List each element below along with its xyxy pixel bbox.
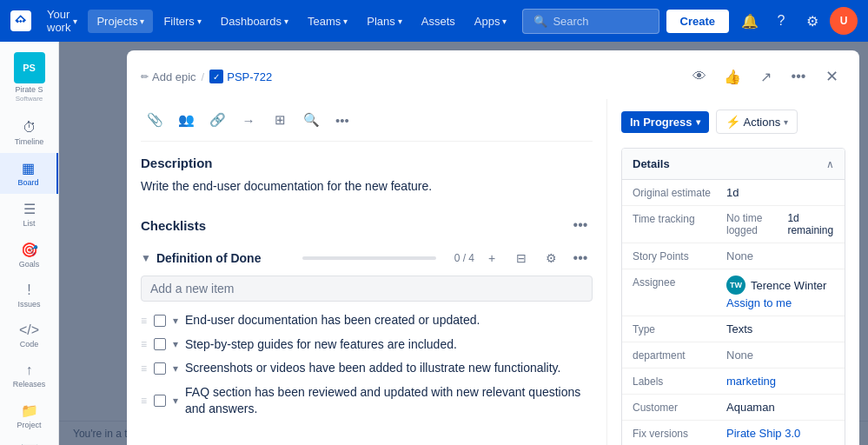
item-checkbox[interactable]	[154, 395, 166, 407]
add-item-input[interactable]: Add a new item	[141, 276, 593, 302]
nav-projects[interactable]: Projects ▾	[88, 10, 153, 33]
nav-teams[interactable]: Teams ▾	[299, 10, 356, 33]
nav-assets[interactable]: Assets	[413, 10, 464, 33]
item-text: End-user documentation has been created …	[185, 312, 593, 329]
drag-handle-icon[interactable]: ≡	[141, 315, 147, 327]
drag-handle-icon[interactable]: ≡	[141, 338, 147, 350]
item-checkbox[interactable]	[154, 338, 166, 350]
right-panel: In Progress ▾ ⚡ Actions ▾ Details	[607, 99, 859, 445]
checklist-view-button[interactable]: ⊟	[509, 246, 533, 270]
item-checkbox[interactable]	[154, 315, 166, 327]
jira-logo	[10, 10, 31, 31]
sidebar-item-board[interactable]: ▦ Board	[0, 153, 58, 194]
item-expand-icon[interactable]: ▾	[173, 338, 178, 350]
breadcrumb: ✏ Add epic / ✓ PSP-722	[141, 70, 679, 83]
chevron-down-icon: ▾	[343, 17, 348, 26]
like-button[interactable]: 👍	[719, 63, 746, 90]
actions-chevron-icon: ▾	[784, 117, 788, 127]
sidebar-item-project[interactable]: 📁 Project	[0, 395, 58, 436]
type-row: Type Texts	[622, 316, 845, 342]
attach-button[interactable]: 📎	[141, 106, 169, 134]
status-actions-row: In Progress ▾ ⚡ Actions ▾	[621, 110, 845, 134]
story-points-label: Story Points	[633, 249, 719, 262]
board-icon: ▦	[22, 160, 35, 176]
sidebar-item-releases[interactable]: ↑ Releases	[0, 355, 58, 395]
toolbar-more-button[interactable]: •••	[328, 106, 356, 134]
checklist-progress-text: 0 / 4	[448, 252, 474, 264]
list-icon: ☰	[23, 201, 36, 217]
watch-button[interactable]: 👁	[686, 63, 713, 90]
customer-row: Customer Aquaman	[622, 395, 845, 421]
assign-to-me-link[interactable]: Assign to me	[726, 296, 792, 309]
search-bar[interactable]: 🔍 Search	[522, 9, 659, 34]
chevron-down-icon: ▾	[73, 17, 77, 26]
sidebar-item-list[interactable]: ☰ List	[0, 194, 58, 235]
original-estimate-label: Original estimate	[633, 186, 719, 199]
apps-button[interactable]: ⊞	[266, 106, 294, 134]
labels-value[interactable]: marketing	[726, 375, 834, 388]
top-navigation: Your work ▾ Projects ▾ Filters ▾ Dashboa…	[0, 0, 868, 42]
issue-id-badge[interactable]: ✓ PSP-722	[209, 70, 272, 83]
notification-icon[interactable]: 🔔	[736, 7, 764, 35]
nav-plans[interactable]: Plans ▾	[358, 10, 411, 33]
actions-button[interactable]: ⚡ Actions ▾	[716, 110, 798, 134]
item-text: Screenshots or videos have been added to…	[185, 360, 593, 377]
description-text: Write the end-user documentation for the…	[141, 177, 593, 196]
releases-icon: ↑	[26, 362, 33, 378]
sidebar-item-code[interactable]: </> Code	[0, 315, 58, 355]
issue-type-icon: ✓	[209, 70, 223, 83]
sidebar-item-performance[interactable]: 📊 Perform	[0, 436, 58, 445]
create-button[interactable]: Create	[666, 10, 729, 33]
more-options-button[interactable]: •••	[785, 63, 812, 90]
user-avatar[interactable]: U	[830, 7, 858, 35]
checklist-item: ≡ ▾ Step-by-step guides for new features…	[141, 333, 593, 357]
checklist-item: ≡ ▾ FAQ section has been reviewed and up…	[141, 381, 593, 422]
description-title: Description	[141, 156, 593, 170]
nav-filters[interactable]: Filters ▾	[155, 10, 209, 33]
item-text: FAQ section has been reviewed and update…	[185, 384, 593, 418]
details-section: Details ∧ Original estimate 1d Time trac…	[621, 148, 845, 445]
pin-button[interactable]: →	[235, 106, 262, 134]
item-expand-icon[interactable]: ▾	[173, 395, 178, 407]
checklists-more-button[interactable]: •••	[568, 213, 593, 237]
add-checklist-item-button[interactable]: +	[480, 246, 504, 270]
search-button[interactable]: 🔍	[297, 106, 325, 134]
item-checkbox[interactable]	[154, 362, 166, 375]
sidebar-item-timeline[interactable]: ⏱ Timeline	[0, 113, 58, 153]
child-issues-button[interactable]: 👥	[172, 106, 200, 134]
help-icon[interactable]: ?	[767, 7, 795, 35]
checklist-item: ≡ ▾ End-user documentation has been crea…	[141, 309, 593, 333]
fix-versions-value[interactable]: Pirate Ship 3.0	[726, 427, 834, 440]
assignee-avatar: TW	[726, 276, 745, 295]
settings-icon[interactable]: ⚙	[798, 7, 826, 35]
status-badge[interactable]: In Progress ▾	[621, 111, 709, 133]
close-modal-button[interactable]: ✕	[818, 63, 845, 90]
add-epic-link[interactable]: ✏ Add epic	[141, 70, 196, 83]
checklist-item: ≡ ▾ Screenshots or videos have been adde…	[141, 356, 593, 381]
share-button[interactable]: ↗	[752, 63, 779, 90]
checklist-settings-button[interactable]: ⚙	[539, 246, 563, 270]
assignee-name: Terence Winter	[751, 279, 826, 292]
nav-your-work[interactable]: Your work ▾	[38, 3, 86, 39]
modal-body: 📎 👥 🔗 → ⊞ 🔍 ••• Description Write the en…	[127, 99, 859, 445]
drag-handle-icon[interactable]: ≡	[141, 395, 147, 407]
details-header[interactable]: Details ∧	[622, 149, 845, 180]
goals-icon: 🎯	[21, 242, 38, 258]
labels-row: Labels marketing	[622, 369, 845, 395]
item-expand-icon[interactable]: ▾	[173, 362, 178, 375]
project-icon: 📁	[21, 402, 38, 419]
item-expand-icon[interactable]: ▾	[173, 315, 178, 327]
checklist-group-header: ▼ Definition of Done 0 / 4 + ⊟ ⚙ •••	[141, 246, 593, 270]
sidebar-item-issues[interactable]: ! Issues	[0, 276, 58, 315]
nav-dashboards[interactable]: Dashboards ▾	[212, 10, 297, 33]
original-estimate-row: Original estimate 1d	[622, 180, 845, 206]
checklist-collapse-icon[interactable]: ▼	[141, 252, 151, 264]
sidebar-item-goals[interactable]: 🎯 Goals	[0, 235, 58, 276]
customer-value: Aquaman	[726, 401, 834, 414]
checklist-group-more-button[interactable]: •••	[568, 246, 593, 270]
drag-handle-icon[interactable]: ≡	[141, 362, 147, 375]
breadcrumb-separator: /	[202, 70, 205, 83]
item-text: Step-by-step guides for new features are…	[185, 336, 593, 354]
link-button[interactable]: 🔗	[203, 106, 231, 134]
nav-apps[interactable]: Apps ▾	[466, 10, 516, 33]
